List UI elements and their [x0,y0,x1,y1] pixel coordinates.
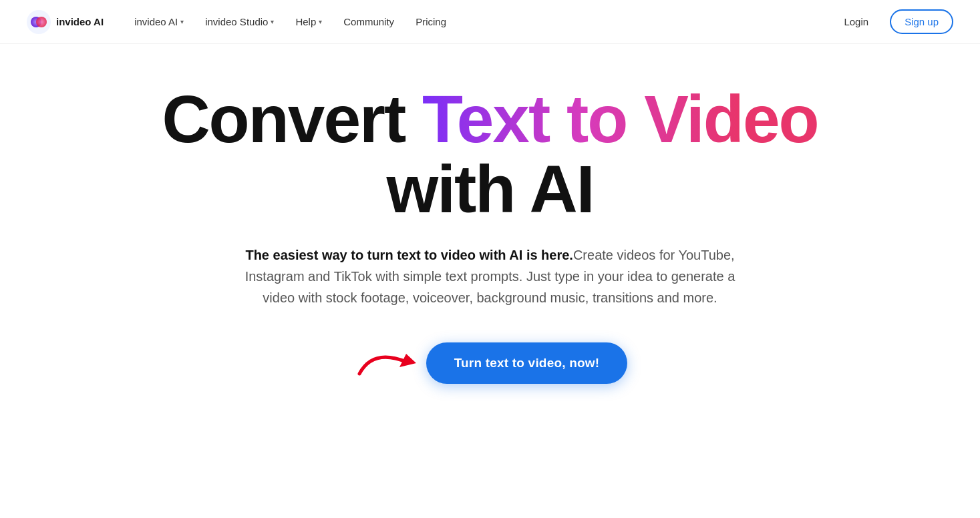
nav-label-invideo-studio: invideo Studio [205,16,268,27]
login-button[interactable]: Login [833,11,879,33]
nav-item-community[interactable]: Community [334,11,403,33]
nav-label-help: Help [295,16,316,27]
navbar: invideo AI invideo AI ▾ invideo Studio ▾… [0,0,980,44]
nav-label-community: Community [343,16,394,27]
nav-label-invideo-ai: invideo AI [134,16,178,27]
hero-title: Convert Text to Video with AI [162,84,818,224]
svg-point-2 [36,17,47,27]
nav-label-pricing: Pricing [416,16,446,27]
logo-icon [27,10,51,34]
logo-link[interactable]: invideo AI [27,10,104,34]
nav-item-invideo-studio[interactable]: invideo Studio ▾ [196,11,283,33]
nav-item-pricing[interactable]: Pricing [406,11,456,33]
nav-right: Login Sign up [833,9,953,34]
signup-button[interactable]: Sign up [890,9,953,34]
hero-title-part2: with AI [386,152,593,226]
hero-subtitle-bold: The easiest way to turn text to video wi… [245,248,573,262]
hero-section: Convert Text to Video with AI The easies… [0,44,980,411]
cta-area: Turn text to video, now! [353,342,628,384]
chevron-down-icon: ▾ [319,18,322,25]
arrow-container [353,342,433,384]
hero-title-part1: Convert [162,81,422,156]
logo-text: invideo AI [56,16,104,27]
cta-button[interactable]: Turn text to video, now! [426,342,628,384]
nav-item-invideo-ai[interactable]: invideo AI ▾ [125,11,193,33]
nav-item-help[interactable]: Help ▾ [286,11,331,33]
chevron-down-icon: ▾ [271,18,274,25]
hero-subtitle: The easiest way to turn text to video wi… [243,244,738,308]
chevron-down-icon: ▾ [180,18,184,25]
arrow-icon [353,342,433,382]
nav-items: invideo AI ▾ invideo Studio ▾ Help ▾ Com… [125,11,833,33]
hero-title-gradient: Text to Video [422,81,818,156]
